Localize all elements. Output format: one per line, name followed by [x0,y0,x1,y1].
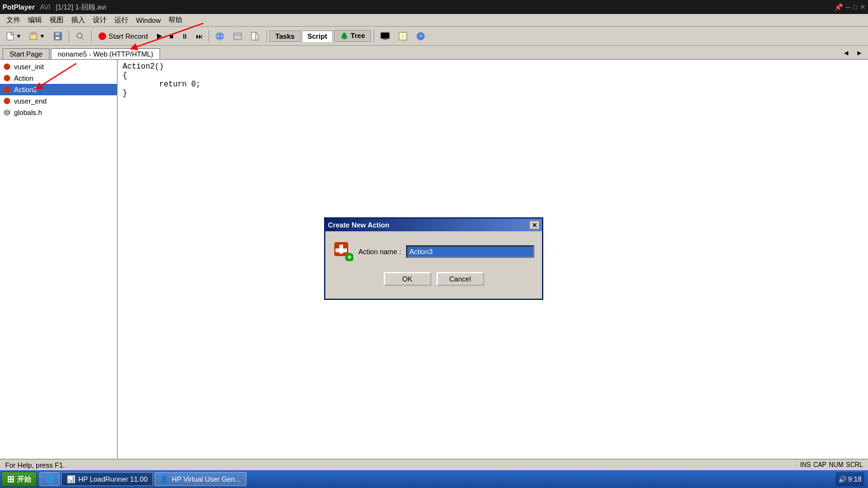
svg-text:?: ? [419,34,422,39]
sidebar-item-action[interactable]: Action [0,72,117,84]
create-new-action-dialog: Create New Action ✕ + [324,217,543,300]
ie-icon: 🌐 [45,475,54,484]
toolbar-search[interactable] [72,29,88,44]
lr-icon: 📊 [67,475,76,484]
separator-5 [374,30,374,43]
menu-view[interactable]: 视图 [46,14,67,26]
tree-tab-btn[interactable]: 🌲 Tree [334,30,371,42]
separator-2 [91,30,92,43]
dialog-title: Create New Action [328,221,529,229]
cap-indicator: CAP [813,461,827,468]
toolbar-new[interactable]: ▼ [3,29,25,44]
sidebar-item-action2[interactable]: Action2 [0,84,117,95]
status-bar: For Help, press F1. INS CAP NUM SCRL [0,459,868,470]
toolbar-save[interactable] [50,29,66,44]
svg-text:+: + [347,253,351,261]
toolbar-step[interactable]: ⏭ [193,29,206,44]
svg-rect-24 [5,112,9,112]
app-container: 文件 编辑 视图 插入 设计 运行 Window 帮助 ▼ ▼ Start Re… [0,14,868,488]
code-line-4: } [123,89,863,98]
dialog-close-button[interactable]: ✕ [529,220,539,229]
code-line-1: Action2() [123,62,863,71]
svg-point-7 [77,33,82,38]
menu-insert[interactable]: 插入 [67,14,89,26]
record-label: Start Record [109,32,148,40]
taskbar-items: 🌐 📊 HP LoadRunner 11.00 👤 HP Virtual Use… [39,472,247,486]
code-line-3: return 0; [123,80,863,89]
action2-icon [3,85,11,94]
toolbar-monitor[interactable] [377,29,393,44]
media-bar: PotPlayer AVI [1/12] 1-回顾.avi 📌 ─ □ ✕ [0,0,868,14]
toolbar-pause[interactable]: ⏸ [178,29,191,44]
minimize-icon[interactable]: ─ [846,3,851,11]
noname5-tab[interactable]: noname5 - Web (HTTP/HTML) [51,48,160,59]
toolbar: ▼ ▼ Start Record ▶ ■ ⏸ ⏭ [0,27,868,46]
avi-label: AVI [40,3,51,11]
network-icon: 🔊 [838,475,847,484]
dialog-ok-button[interactable]: OK [384,272,431,286]
tab-nav-next[interactable]: ► [853,48,865,58]
svg-rect-28 [336,248,347,252]
sidebar-item-vuser-init[interactable]: vuser_init [0,61,117,72]
svg-rect-17 [383,39,387,40]
toolbar-extra2[interactable] [247,29,264,44]
start-page-tab[interactable]: Start Page [3,48,50,59]
separator-4 [266,30,267,43]
restore-icon[interactable]: □ [853,3,857,11]
toolbar-play[interactable]: ▶ [154,29,165,44]
tab-nav-prev[interactable]: ◄ [840,48,852,58]
svg-rect-25 [5,114,9,114]
sidebar-item-vuser-end[interactable]: vuser_end [0,95,117,107]
dialog-body: + Action name : OK Cancel [325,231,542,299]
dialog-cancel-button[interactable]: Cancel [437,272,484,286]
toolbar-extra1[interactable] [229,29,246,44]
menu-help[interactable]: 帮助 [165,14,186,26]
toolbar-extra4[interactable]: ? [412,29,429,44]
dialog-buttons: OK Cancel [333,272,534,288]
start-record-button[interactable]: Start Record [94,30,153,42]
menu-run[interactable]: 运行 [111,14,132,26]
num-indicator: NUM [829,461,844,468]
svg-rect-5 [55,32,60,36]
svg-rect-16 [381,32,390,39]
taskbar-item-ie[interactable]: 🌐 [39,472,60,486]
separator-1 [69,30,69,43]
close-icon[interactable]: ✕ [860,3,865,11]
menu-file[interactable]: 文件 [3,14,24,26]
clock: 9:18 [848,475,862,483]
vu-icon: 👤 [160,475,169,484]
svg-text:i: i [402,34,403,39]
menu-edit[interactable]: 编辑 [24,14,46,26]
taskbar-item-vu[interactable]: 👤 HP Virtual User Gen... [154,472,246,486]
taskbar-right: 🔊 9:18 [836,472,867,486]
toolbar-globe[interactable] [212,29,228,44]
potplayer-label[interactable]: PotPlayer [3,3,35,11]
start-button[interactable]: ⊞ 开始 [1,471,37,487]
svg-rect-3 [32,32,35,34]
svg-rect-23 [5,110,9,111]
sidebar: vuser_init Action Action2 vuser_end [0,60,118,487]
svg-rect-6 [55,37,60,39]
code-line-2: { [123,71,863,80]
action-name-label: Action name : [358,248,401,255]
action-name-input[interactable] [406,245,534,258]
menu-design[interactable]: 设计 [89,14,111,26]
vuser-end-icon [3,97,11,105]
taskbar-item-lr[interactable]: 📊 HP LoadRunner 11.00 [61,472,153,486]
sidebar-item-globals[interactable]: globals.h [0,107,117,118]
pin-icon[interactable]: 📌 [834,3,843,11]
svg-line-8 [81,37,83,39]
script-tab-btn[interactable]: Script [302,30,333,42]
toolbar-extra3[interactable]: i [395,29,411,44]
action-icon [3,74,11,83]
svg-rect-12 [234,33,241,39]
menu-bar: 文件 编辑 视图 插入 设计 运行 Window 帮助 [0,14,868,27]
tasks-tab-btn[interactable]: Tasks [269,30,300,42]
svg-marker-15 [255,32,259,40]
toolbar-open[interactable]: ▼ [26,29,48,44]
track-label: [1/12] 1-回顾.avi [56,3,106,12]
globals-icon [3,108,11,117]
vuser-init-icon [3,62,11,71]
menu-window[interactable]: Window [132,15,165,25]
toolbar-stop[interactable]: ■ [166,29,177,44]
